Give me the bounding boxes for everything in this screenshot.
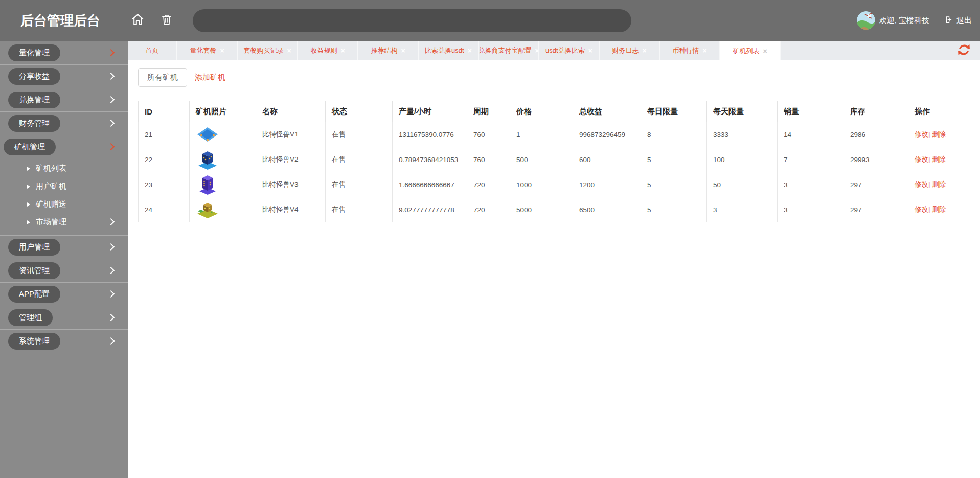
header: 后台管理后台 欢迎, 宝楼科技 bbox=[0, 0, 980, 41]
sidebar-item-row[interactable]: 资讯管理 bbox=[0, 259, 128, 282]
tab-item[interactable]: 首页 bbox=[128, 41, 177, 60]
tab-close-icon[interactable]: × bbox=[401, 47, 405, 54]
cell-cycle: 760 bbox=[467, 147, 510, 172]
tab-item[interactable]: 比索兑换usdt× bbox=[419, 41, 479, 60]
delete-link[interactable]: 删除 bbox=[932, 130, 946, 138]
header-search-input[interactable] bbox=[193, 9, 631, 32]
tab-bar: 首页量化套餐×套餐购买记录×收益规则×推荐结构×比索兑换usdt×兑换商支付宝配… bbox=[128, 41, 980, 61]
trash-button[interactable] bbox=[161, 13, 172, 28]
column-header: 销量 bbox=[778, 101, 844, 122]
sidebar-item: 系统管理 bbox=[0, 329, 128, 353]
chevron-right-icon bbox=[107, 96, 115, 103]
delete-link[interactable]: 删除 bbox=[932, 180, 946, 188]
miner-photo-cell bbox=[190, 147, 256, 172]
cell-status: 在售 bbox=[326, 172, 393, 197]
trash-icon bbox=[161, 13, 172, 28]
cell-day: 50 bbox=[707, 172, 778, 197]
chevron-right-icon bbox=[107, 119, 115, 126]
miner-photo-image bbox=[196, 124, 249, 145]
tab-close-icon[interactable]: × bbox=[642, 47, 646, 54]
tab-item[interactable]: 收益规则× bbox=[298, 41, 358, 60]
edit-link[interactable]: 修改 bbox=[915, 180, 928, 188]
sidebar-item-row[interactable]: 用户管理 bbox=[0, 236, 128, 259]
tab-label: 比索兑换usdt bbox=[425, 46, 464, 55]
tab-item[interactable]: 矿机列表× bbox=[720, 41, 781, 61]
cell-daily: 5 bbox=[641, 147, 707, 172]
delete-link[interactable]: 删除 bbox=[932, 155, 946, 163]
sidebar-item-row[interactable]: 量化管理 bbox=[0, 41, 128, 64]
actions-cell: 修改| 删除 bbox=[908, 172, 971, 197]
sidebar-item-row[interactable]: 兑换管理 bbox=[0, 88, 128, 111]
app-title: 后台管理后台 bbox=[20, 12, 100, 30]
home-button[interactable] bbox=[131, 13, 145, 28]
sidebar-subitem-label: 矿机赠送 bbox=[36, 199, 66, 209]
actions-cell: 修改| 删除 bbox=[908, 122, 971, 147]
edit-link[interactable]: 修改 bbox=[915, 130, 928, 138]
tab-close-icon[interactable]: × bbox=[220, 47, 224, 54]
edit-link[interactable]: 修改 bbox=[915, 206, 928, 213]
tab-item[interactable]: 兑换商支付宝配置× bbox=[479, 41, 539, 60]
cell-id: 24 bbox=[139, 197, 190, 222]
tab-label: 兑换商支付宝配置 bbox=[479, 46, 531, 55]
chevron-right-icon bbox=[107, 266, 115, 274]
tab-close-icon[interactable]: × bbox=[535, 47, 539, 54]
tab-item[interactable]: 财务日志× bbox=[600, 41, 660, 60]
subtab-item[interactable]: 所有矿机 bbox=[138, 68, 187, 87]
sidebar-item-label: 兑换管理 bbox=[8, 92, 60, 108]
miner-photo-image bbox=[196, 149, 249, 170]
cell-name: 比特怪兽V4 bbox=[256, 197, 326, 222]
sidebar-item: 分享收益 bbox=[0, 64, 128, 88]
sidebar-item-row[interactable]: 系统管理 bbox=[0, 330, 128, 353]
table-row: 24比特怪兽V4在售9.0277777777778720500065005332… bbox=[139, 197, 971, 222]
cell-daily: 5 bbox=[641, 172, 707, 197]
sidebar-item-label: 财务管理 bbox=[8, 115, 60, 132]
sidebar-subitem[interactable]: 用户矿机 bbox=[0, 177, 128, 195]
sidebar-subitem[interactable]: 矿机列表 bbox=[0, 160, 128, 177]
subtab-item[interactable]: 添加矿机 bbox=[195, 69, 225, 86]
refresh-button[interactable] bbox=[957, 43, 971, 58]
actions-cell: 修改| 删除 bbox=[908, 147, 971, 172]
tab-item[interactable]: 币种行情× bbox=[660, 41, 720, 60]
cell-price: 1 bbox=[510, 122, 573, 147]
tab-item[interactable]: 套餐购买记录× bbox=[238, 41, 298, 60]
sidebar-item-label: APP配置 bbox=[8, 286, 60, 303]
sidebar-subitem-label: 市场管理 bbox=[36, 217, 66, 227]
tab-strip: 首页量化套餐×套餐购买记录×收益规则×推荐结构×比索兑换usdt×兑换商支付宝配… bbox=[128, 41, 781, 60]
cell-output: 1.6666666666667 bbox=[393, 172, 467, 197]
cell-sales: 3 bbox=[778, 197, 844, 222]
sidebar-item-row[interactable]: 财务管理 bbox=[0, 112, 128, 135]
avatar[interactable] bbox=[857, 11, 875, 30]
table-row: 21比特怪兽V1在售1311675390.0776760199687329645… bbox=[139, 122, 971, 147]
tab-close-icon[interactable]: × bbox=[763, 48, 767, 55]
column-header: 每天限量 bbox=[707, 101, 778, 122]
column-header: 每日限量 bbox=[641, 101, 707, 122]
sidebar-item-row[interactable]: APP配置 bbox=[0, 283, 128, 306]
cell-status: 在售 bbox=[326, 122, 393, 147]
cell-stock: 2986 bbox=[844, 122, 908, 147]
cell-total: 600 bbox=[573, 147, 641, 172]
sidebar-subitem[interactable]: 矿机赠送 bbox=[0, 195, 128, 213]
delete-link[interactable]: 删除 bbox=[932, 206, 946, 213]
sidebar-item-row[interactable]: 管理组 bbox=[0, 306, 128, 329]
sidebar-item-row[interactable]: 矿机管理 bbox=[0, 135, 128, 158]
tab-close-icon[interactable]: × bbox=[340, 47, 345, 54]
sidebar-subitem-label: 用户矿机 bbox=[36, 181, 66, 191]
tab-item[interactable]: usdt兑换比索× bbox=[539, 41, 600, 60]
table-row: 22比特怪兽V2在售0.7894736842105376050060051007… bbox=[139, 147, 971, 172]
cell-stock: 29993 bbox=[844, 147, 908, 172]
logout-button[interactable]: 退出 bbox=[945, 15, 972, 26]
sidebar-subitem[interactable]: 市场管理 bbox=[0, 213, 128, 231]
sidebar-submenu: 矿机列表用户矿机矿机赠送市场管理 bbox=[0, 158, 128, 235]
sidebar-item-row[interactable]: 分享收益 bbox=[0, 65, 128, 88]
tab-label: 套餐购买记录 bbox=[243, 46, 283, 55]
tab-close-icon[interactable]: × bbox=[702, 47, 706, 54]
tab-close-icon[interactable]: × bbox=[287, 47, 291, 54]
miner-photo-image bbox=[196, 199, 249, 220]
cell-id: 21 bbox=[139, 122, 190, 147]
tab-item[interactable]: 量化套餐× bbox=[177, 41, 238, 60]
tab-close-icon[interactable]: × bbox=[588, 47, 592, 54]
tab-item[interactable]: 推荐结构× bbox=[358, 41, 419, 60]
tab-close-icon[interactable]: × bbox=[468, 47, 472, 54]
table-header-row: ID矿机照片名称状态产量/小时周期价格总收益每日限量每天限量销量库存操作 bbox=[139, 101, 971, 122]
edit-link[interactable]: 修改 bbox=[915, 155, 928, 163]
